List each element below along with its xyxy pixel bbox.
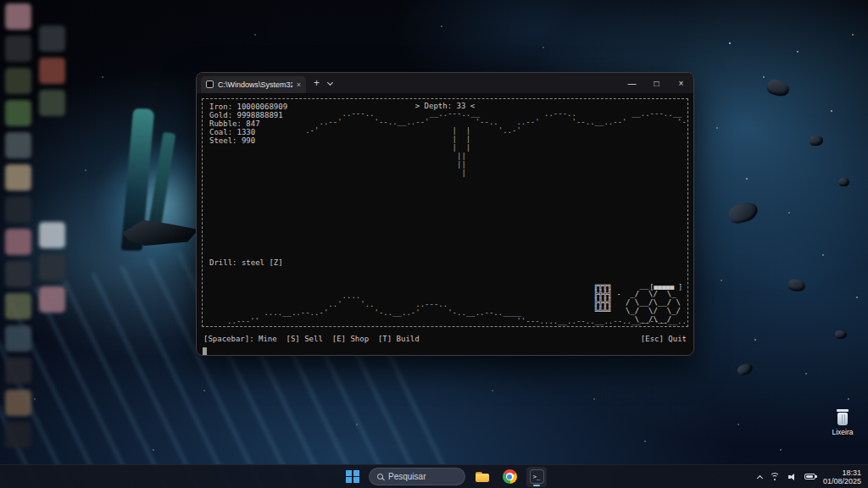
- chrome-icon: [503, 469, 517, 484]
- desktop-thumbnail[interactable]: [5, 229, 31, 255]
- taskbar-center: Pesquisar >_: [343, 465, 547, 488]
- controls-hint: [Spacebar]: Mine [S] Sell [E] Shop [T] B…: [203, 335, 420, 343]
- search-box[interactable]: Pesquisar: [369, 468, 465, 485]
- close-button[interactable]: ×: [669, 73, 693, 93]
- clock-date: 01/08/2025: [823, 477, 861, 485]
- desktop-thumbnail[interactable]: [5, 293, 31, 319]
- terminal-titlebar[interactable]: C:\Windows\System32\cmd.e × + — □ ×: [197, 73, 693, 93]
- quit-hint: [Esc] Quit: [641, 335, 687, 343]
- window-controls: — □ ×: [620, 73, 693, 93]
- desktop-thumbnail[interactable]: [39, 222, 65, 248]
- drill-status: Drill: steel [Z]: [209, 258, 283, 267]
- desktop-thumbnail[interactable]: [5, 100, 31, 126]
- tray-chevron-icon[interactable]: [757, 474, 763, 480]
- desktop-thumbnail[interactable]: [5, 325, 31, 352]
- terminal-content[interactable]: > Depth: 33 < ..---.. __..---..__ ..---.…: [197, 93, 693, 355]
- search-placeholder: Pesquisar: [388, 472, 426, 481]
- volume-icon[interactable]: [788, 473, 797, 481]
- clock-time: 18:31: [823, 469, 861, 477]
- terminal-button[interactable]: >_: [526, 467, 547, 487]
- file-explorer-button[interactable]: [472, 467, 492, 487]
- desktop-thumbnail[interactable]: [5, 197, 31, 223]
- desktop-thumbnail[interactable]: [5, 261, 31, 287]
- terminal-icon: >_: [530, 469, 544, 484]
- new-tab-button[interactable]: +: [314, 78, 320, 88]
- game-field: > Depth: 33 < ..---.. __..---..__ ..---.…: [202, 98, 688, 327]
- desktop-thumbnail[interactable]: [5, 36, 31, 62]
- folder-icon: [476, 472, 489, 482]
- start-button[interactable]: [343, 468, 362, 486]
- recycle-bin[interactable]: Lixeira: [826, 408, 859, 436]
- desktop-thumbnails: [0, 0, 76, 464]
- desktop-thumbnail[interactable]: [5, 358, 31, 384]
- battery-icon[interactable]: [804, 474, 815, 480]
- recycle-bin-label: Lixeira: [826, 428, 859, 436]
- chrome-button[interactable]: [499, 467, 520, 487]
- recycle-bin-icon: [834, 408, 851, 426]
- desktop-thumbnail[interactable]: [5, 68, 31, 94]
- desktop-thumbnail[interactable]: [39, 25, 65, 52]
- search-icon: [377, 474, 383, 480]
- desktop-thumbnail[interactable]: [5, 390, 31, 416]
- maximize-button[interactable]: □: [644, 73, 669, 93]
- desktop-thumbnail[interactable]: [5, 132, 31, 158]
- game-status-line: [Spacebar]: Mine [S] Sell [E] Shop [T] B…: [203, 335, 687, 343]
- wifi-icon[interactable]: [770, 473, 781, 480]
- desktop-thumbnail[interactable]: [39, 90, 65, 116]
- taskbar: Pesquisar >_ 18:31 01/08/2025: [0, 464, 868, 488]
- chevron-down-icon: [327, 79, 333, 85]
- desktop-thumbnail[interactable]: [5, 164, 31, 191]
- desktop-thumbnail[interactable]: [5, 3, 31, 30]
- tab-title: C:\Windows\System32\cmd.e: [218, 80, 292, 89]
- cmd-icon: [206, 80, 214, 88]
- resource-stats: Iron: 10000068909 Gold: 9998888891 Rubbl…: [209, 103, 287, 145]
- terminal-tab[interactable]: C:\Windows\System32\cmd.e ×: [201, 76, 306, 93]
- desktop-thumbnail[interactable]: [39, 254, 65, 280]
- desktop-thumbnail[interactable]: [39, 286, 65, 313]
- desktop: Lixeira C:\Windows\System32\cmd.e × + — …: [0, 0, 868, 488]
- terminal-cursor: [203, 347, 207, 355]
- desktop-thumbnail[interactable]: [5, 422, 31, 448]
- tab-close-button[interactable]: ×: [297, 80, 301, 89]
- desktop-thumbnail[interactable]: [39, 58, 65, 84]
- tab-dropdown-button[interactable]: [328, 82, 332, 85]
- structures-ascii: ╔╦╦╗ __ __ ╠╬╬╣ - _/ \/ \_ ╠╬╬╣ / \__/\_…: [593, 281, 681, 324]
- terminal-window: C:\Windows\System32\cmd.e × + — □ × > De…: [196, 72, 694, 356]
- taskbar-clock[interactable]: 18:31 01/08/2025: [823, 469, 861, 485]
- minimize-button[interactable]: —: [620, 73, 644, 93]
- system-tray: 18:31 01/08/2025: [758, 465, 861, 488]
